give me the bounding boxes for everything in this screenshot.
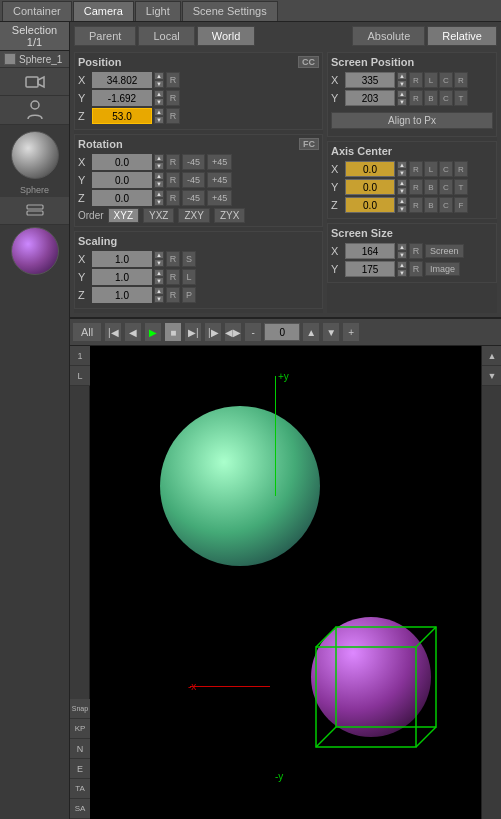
ss-x-input[interactable] <box>345 243 395 259</box>
ac-x-right[interactable]: R <box>454 161 468 177</box>
tab-camera[interactable]: Camera <box>73 1 134 21</box>
order-xyz[interactable]: XYZ <box>108 208 139 223</box>
position-y-input[interactable] <box>92 90 152 106</box>
vp-btn-l[interactable]: L <box>70 366 90 386</box>
ac-z-down[interactable]: ▼ <box>397 205 407 213</box>
ac-z-input[interactable] <box>345 197 395 213</box>
sidebar-object[interactable]: Sphere_1 <box>0 51 69 68</box>
vp-btn-e[interactable]: E <box>70 759 90 779</box>
sp-x-l[interactable]: L <box>424 72 438 88</box>
vp-right-up[interactable]: ▲ <box>482 346 501 366</box>
ac-x-r[interactable]: R <box>409 161 423 177</box>
pos-z-r[interactable]: R <box>166 108 180 124</box>
rotation-y-input[interactable] <box>92 172 152 188</box>
image-btn[interactable]: Image <box>425 262 460 276</box>
rotation-z-input[interactable] <box>92 190 152 206</box>
ss-y-r[interactable]: R <box>409 261 423 277</box>
sidebar-icon-person[interactable] <box>0 96 69 125</box>
timeline-frame[interactable] <box>264 323 300 341</box>
timeline-record[interactable]: ◀▶ <box>224 322 242 342</box>
tab-light[interactable]: Light <box>135 1 181 21</box>
viewport[interactable]: 1 L Snap KP N E TA SA +y -x <box>70 346 501 819</box>
vp-btn-1[interactable]: 1 <box>70 346 90 366</box>
btn-local[interactable]: Local <box>138 26 194 46</box>
timeline-plus[interactable]: + <box>342 322 360 342</box>
ss-x-r[interactable]: R <box>409 243 423 259</box>
rot-x-minus45[interactable]: -45 <box>182 154 205 170</box>
btn-parent[interactable]: Parent <box>74 26 136 46</box>
rot-y-minus45[interactable]: -45 <box>182 172 205 188</box>
ss-y-up[interactable]: ▲ <box>397 261 407 269</box>
scaling-y-input[interactable] <box>92 269 152 285</box>
timeline-skip-end[interactable]: |▶ <box>204 322 222 342</box>
screen-btn[interactable]: Screen <box>425 244 464 258</box>
vp-btn-ta[interactable]: TA <box>70 779 90 799</box>
timeline-skip-start[interactable]: |◀ <box>104 322 122 342</box>
ss-x-up[interactable]: ▲ <box>397 243 407 251</box>
rot-y-up[interactable]: ▲ <box>154 172 164 180</box>
btn-absolute[interactable]: Absolute <box>352 26 425 46</box>
scale-y-down[interactable]: ▼ <box>154 277 164 285</box>
sp-y-c[interactable]: C <box>439 90 453 106</box>
timeline-next-key[interactable]: ▶| <box>184 322 202 342</box>
scale-z-r[interactable]: R <box>166 287 180 303</box>
sp-x-down[interactable]: ▼ <box>397 80 407 88</box>
sp-x-c[interactable]: C <box>439 72 453 88</box>
ac-y-b[interactable]: B <box>424 179 438 195</box>
sp-y-t[interactable]: T <box>454 90 468 106</box>
sidebar-icon-record[interactable] <box>0 68 69 96</box>
rot-x-up[interactable]: ▲ <box>154 154 164 162</box>
timeline-minus[interactable]: - <box>244 322 262 342</box>
rot-y-r[interactable]: R <box>166 172 180 188</box>
vp-btn-kp[interactable]: KP <box>70 719 90 739</box>
rot-x-down[interactable]: ▼ <box>154 162 164 170</box>
ss-y-input[interactable] <box>345 261 395 277</box>
sidebar-icon-layers[interactable] <box>0 197 69 225</box>
sp-x-r[interactable]: R <box>409 72 423 88</box>
scaling-z-input[interactable] <box>92 287 152 303</box>
sp-y-down[interactable]: ▼ <box>397 98 407 106</box>
timeline-play[interactable]: ▶ <box>144 322 162 342</box>
scale-x-s[interactable]: S <box>182 251 196 267</box>
ac-z-f[interactable]: F <box>454 197 468 213</box>
scale-y-up[interactable]: ▲ <box>154 269 164 277</box>
scale-z-p[interactable]: P <box>182 287 196 303</box>
ss-x-down[interactable]: ▼ <box>397 251 407 259</box>
rot-z-minus45[interactable]: -45 <box>182 190 205 206</box>
ac-y-t[interactable]: T <box>454 179 468 195</box>
pos-z-up[interactable]: ▲ <box>154 108 164 116</box>
vp-btn-sa[interactable]: SA <box>70 799 90 819</box>
sp-y-input[interactable] <box>345 90 395 106</box>
rot-x-r[interactable]: R <box>166 154 180 170</box>
pos-x-r[interactable]: R <box>166 72 180 88</box>
sp-x-right[interactable]: R <box>454 72 468 88</box>
vp-btn-n[interactable]: N <box>70 739 90 759</box>
scale-x-up[interactable]: ▲ <box>154 251 164 259</box>
pos-x-up[interactable]: ▲ <box>154 72 164 80</box>
sp-y-r[interactable]: R <box>409 90 423 106</box>
order-yxz[interactable]: YXZ <box>143 208 174 223</box>
ac-y-down[interactable]: ▼ <box>397 187 407 195</box>
rot-y-plus45[interactable]: +45 <box>207 172 232 188</box>
pos-y-r[interactable]: R <box>166 90 180 106</box>
ac-x-c[interactable]: C <box>439 161 453 177</box>
vp-btn-snap[interactable]: Snap <box>70 699 90 719</box>
btn-relative[interactable]: Relative <box>427 26 497 46</box>
vp-right-down[interactable]: ▼ <box>482 366 501 386</box>
btn-world[interactable]: World <box>197 26 256 46</box>
timeline-down[interactable]: ▼ <box>322 322 340 342</box>
ac-x-up[interactable]: ▲ <box>397 161 407 169</box>
tab-container[interactable]: Container <box>2 1 72 21</box>
scaling-x-input[interactable] <box>92 251 152 267</box>
sp-y-up[interactable]: ▲ <box>397 90 407 98</box>
pos-y-up[interactable]: ▲ <box>154 90 164 98</box>
ac-z-r[interactable]: R <box>409 197 423 213</box>
order-zyx[interactable]: ZYX <box>214 208 245 223</box>
ac-x-l[interactable]: L <box>424 161 438 177</box>
timeline-all-btn[interactable]: All <box>72 322 102 342</box>
align-to-px-btn[interactable]: Align to Px <box>331 112 493 129</box>
sp-x-up[interactable]: ▲ <box>397 72 407 80</box>
ac-y-c[interactable]: C <box>439 179 453 195</box>
timeline-stop[interactable]: ■ <box>164 322 182 342</box>
tab-scene-settings[interactable]: Scene Settings <box>182 1 278 21</box>
